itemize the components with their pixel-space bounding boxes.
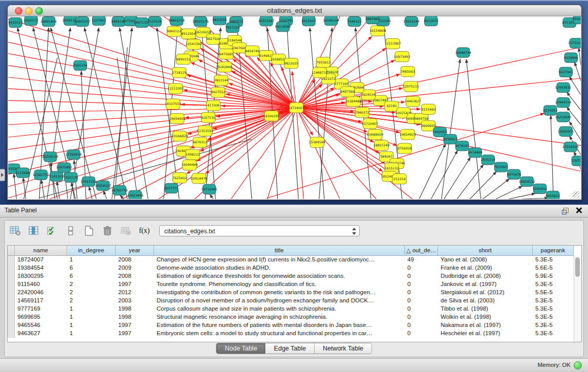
table-row[interactable]: 1872400712008Changes of HCN gene express…	[8, 256, 581, 264]
table-cell[interactable]: Jankovic et al. (1997)	[438, 280, 533, 289]
table-cell[interactable]: de Silva et al. (2003)	[438, 297, 533, 305]
graph-node[interactable]: 15751074	[568, 38, 581, 48]
graph-edge[interactable]	[8, 108, 296, 150]
graph-node[interactable]: 9890152	[176, 54, 190, 64]
graph-node[interactable]: 12213392	[167, 83, 184, 94]
table-cell[interactable]: 2012	[116, 289, 154, 297]
graph-edge[interactable]	[120, 195, 124, 199]
graph-edge[interactable]	[267, 108, 296, 200]
graph-edge[interactable]	[41, 180, 45, 199]
graph-node[interactable]: 16601214	[168, 16, 185, 26]
table-cell[interactable]: Embryonic stem cells: a model to study s…	[154, 330, 405, 338]
control-panel-collapse-tab[interactable]	[0, 169, 5, 181]
select-rows-icon[interactable]	[45, 224, 60, 238]
graph-node[interactable]: 19654908	[169, 114, 185, 124]
close-panel-icon[interactable]	[575, 207, 582, 213]
table-cell[interactable]: 5.5E-5	[533, 289, 574, 297]
table-cell[interactable]: 5.3E-5	[533, 313, 574, 321]
graph-node[interactable]: 10654112	[519, 177, 535, 186]
table-cell[interactable]: Wolkin et al. (1998)	[438, 313, 533, 321]
table-row[interactable]: 969969511998Structural magnetic resonanc…	[8, 313, 581, 321]
graph-node[interactable]: 2935114	[481, 155, 495, 165]
table-cell[interactable]: 14569117	[15, 297, 67, 305]
table-cell[interactable]: Franke et al. (2009)	[438, 264, 533, 272]
table-cell[interactable]: 0	[405, 289, 438, 297]
graph-node[interactable]: 9227343	[559, 67, 573, 77]
table-row[interactable]: 946362711997Embryonic stem cells: a mode…	[8, 330, 581, 338]
column-header-pagerank[interactable]: pagerank	[533, 246, 574, 256]
tab-node-table[interactable]: Node Table	[216, 343, 266, 354]
graph-node[interactable]: 19716485	[201, 184, 217, 194]
graph-node[interactable]: 2405572	[24, 16, 38, 26]
graph-node[interactable]: 2967608	[232, 42, 247, 53]
graph-node[interactable]: 18807249	[373, 140, 389, 150]
graph-node[interactable]: 18300295	[263, 111, 279, 121]
graph-node[interactable]: 16099489	[181, 160, 198, 170]
graph-node[interactable]: 16958107	[95, 181, 111, 190]
table-row[interactable]: 1830029562008Estimation of significance …	[8, 272, 581, 280]
graph-node[interactable]: 8938923	[443, 134, 458, 144]
table-cell[interactable]: Investigating the contribution of common…	[154, 289, 405, 297]
network-window-titlebar[interactable]: citations_edges.txt	[8, 5, 581, 16]
table-cell[interactable]: Estimation of significance thresholds fo…	[154, 272, 405, 280]
table-cell[interactable]: 22420046	[15, 289, 67, 297]
table-cell[interactable]: 0	[405, 264, 438, 272]
graph-node[interactable]: 8471676	[507, 169, 521, 179]
graph-node[interactable]: 14463627	[405, 96, 421, 106]
graph-node[interactable]: 12093832	[555, 83, 572, 93]
graph-node[interactable]: 19203244	[403, 17, 420, 27]
graph-node[interactable]: 9245652	[533, 184, 547, 193]
table-cell[interactable]: 0	[405, 321, 438, 330]
table-cell[interactable]: Dudbridge et al. (2008)	[438, 272, 533, 280]
tab-edge-table[interactable]: Edge Table	[266, 343, 314, 354]
graph-node[interactable]: 9475685	[219, 49, 233, 59]
graph-edge[interactable]	[8, 31, 296, 107]
table-cell[interactable]: 5.6E-5	[533, 264, 574, 272]
table-row[interactable]: 1456911722003Disruption of a novel membe…	[8, 297, 581, 305]
graph-node[interactable]: 18724007	[288, 102, 304, 113]
graph-node[interactable]: 17359924	[66, 150, 82, 160]
graph-node[interactable]: 10655257	[74, 17, 91, 27]
graph-node[interactable]: 5916104	[573, 16, 581, 24]
graph-node[interactable]: 12923448	[127, 190, 143, 199]
graph-node[interactable]: 18107554	[165, 99, 181, 109]
table-cell[interactable]: Disruption of a novel member of a sodium…	[154, 297, 405, 305]
graph-node[interactable]: 9242848	[217, 62, 232, 72]
graph-node[interactable]: 252254	[393, 174, 406, 184]
graph-node[interactable]: 8267130	[201, 113, 215, 123]
graph-node[interactable]: 10914479	[191, 173, 207, 184]
table-cell[interactable]: 5.3E-5	[533, 330, 574, 338]
graph-node[interactable]: 10553287	[258, 16, 274, 26]
network-table-select[interactable]: citations_edges.txt	[159, 225, 360, 236]
graph-edge[interactable]	[579, 48, 581, 65]
table-cell[interactable]: 0	[405, 313, 438, 321]
graph-edge[interactable]	[551, 116, 553, 199]
graph-node[interactable]: 16154808	[369, 26, 386, 36]
table-cell[interactable]: Changes of HCN gene expression and I(f) …	[154, 256, 405, 264]
table-cell[interactable]: 1	[67, 321, 116, 330]
table-row[interactable]: 911546021997Tourette syndrome. Phenomeno…	[8, 280, 581, 289]
graph-node[interactable]: 18022178	[192, 17, 209, 27]
graph-edge[interactable]	[8, 108, 296, 174]
graph-node[interactable]: 10973493	[394, 52, 410, 62]
graph-edge[interactable]	[431, 150, 458, 199]
table-cell[interactable]: 1	[67, 256, 116, 264]
graph-node[interactable]: 1145193	[49, 171, 63, 181]
graph-node[interactable]: 17016504	[562, 142, 579, 152]
table-cell[interactable]: 9463627	[15, 330, 67, 338]
column-header-name[interactable]: name	[15, 246, 67, 256]
table-cell[interactable]: 2008	[116, 256, 154, 264]
graph-node[interactable]: 20364486	[345, 96, 361, 106]
graph-edge[interactable]	[14, 174, 16, 199]
graph-edge[interactable]	[444, 157, 471, 199]
graph-node[interactable]: 9415007	[301, 16, 316, 26]
graph-edge[interactable]	[575, 62, 581, 81]
table-cell[interactable]: Structural magnetic resonance image aver…	[154, 313, 405, 321]
table-vertical-scrollbar[interactable]	[574, 256, 581, 342]
table-row[interactable]: 946554611997Estimation of the future num…	[8, 321, 581, 330]
table-cell[interactable]: 1997	[116, 280, 154, 289]
column-header-short[interactable]: short	[438, 246, 533, 256]
table-cell[interactable]: 18300295	[15, 272, 67, 280]
graph-node[interactable]: 19166829	[171, 131, 188, 141]
table-cell[interactable]: 1	[67, 313, 116, 321]
